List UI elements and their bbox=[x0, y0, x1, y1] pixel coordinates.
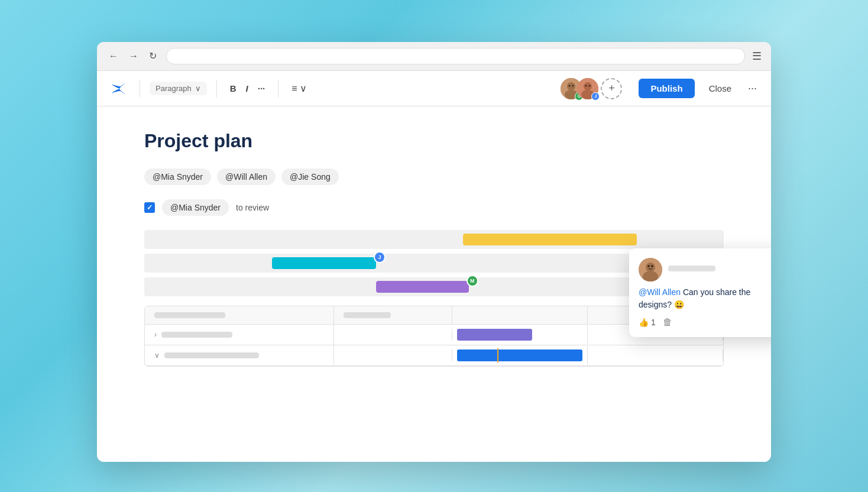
comment-delete-button[interactable]: 🗑 bbox=[663, 317, 672, 328]
header-label-bar-2 bbox=[344, 312, 391, 318]
table-cell-1-1: › bbox=[145, 325, 334, 345]
format-buttons: B I ··· bbox=[226, 81, 269, 96]
svg-point-3 bbox=[569, 85, 571, 86]
hamburger-icon[interactable]: ☰ bbox=[752, 50, 762, 63]
more-options-button[interactable]: ··· bbox=[746, 80, 759, 97]
gantt-bar-purple bbox=[376, 281, 469, 293]
style-chevron-icon: ∨ bbox=[195, 84, 201, 93]
gantt-row-1 bbox=[144, 230, 724, 249]
table-row-2: ∨ bbox=[145, 345, 723, 366]
expand-icon-1[interactable]: › bbox=[154, 331, 157, 339]
content-area: Project plan @Mia Snyder @Will Allen @Ji… bbox=[97, 106, 771, 462]
svg-point-14 bbox=[651, 265, 653, 267]
italic-button[interactable]: I bbox=[242, 81, 252, 96]
table-cell-1-3 bbox=[452, 325, 588, 344]
browser-chrome: ← → ↻ ☰ bbox=[97, 42, 771, 71]
collaborators: G J + bbox=[561, 78, 622, 99]
refresh-button[interactable]: ↻ bbox=[147, 50, 159, 62]
svg-point-13 bbox=[647, 265, 650, 267]
avatar-2: J bbox=[577, 78, 598, 99]
cell-bar-purple-1 bbox=[457, 329, 532, 341]
header-label-bar-1 bbox=[154, 312, 225, 318]
cell-bar-blue-2 bbox=[457, 349, 582, 361]
comment-mention: @Will Allen bbox=[639, 287, 681, 297]
comment-like-button[interactable]: 👍 1 bbox=[639, 318, 656, 327]
avatar-photo-2: J bbox=[577, 78, 598, 99]
toolbar-divider-3 bbox=[278, 80, 278, 98]
more-format-button[interactable]: ··· bbox=[254, 81, 269, 96]
row-bar-1 bbox=[161, 332, 232, 338]
close-button[interactable]: Close bbox=[704, 81, 736, 96]
align-chevron-icon: ∨ bbox=[300, 83, 307, 94]
gantt-avatar-m: M bbox=[467, 275, 478, 287]
add-collaborator-button[interactable]: + bbox=[601, 78, 622, 99]
comment-author-area bbox=[639, 258, 715, 281]
comment-emoji: 😀 bbox=[674, 300, 684, 309]
row-label-2: ∨ bbox=[154, 351, 324, 360]
comment-face-svg bbox=[639, 258, 662, 281]
gantt-bar-yellow bbox=[463, 234, 637, 245]
align-dropdown[interactable]: ≡ ∨ bbox=[288, 80, 310, 96]
mention-tags: @Mia Snyder @Will Allen @Jie Song bbox=[144, 169, 724, 185]
task-row: @Mia Snyder to review bbox=[144, 199, 724, 216]
svg-point-9 bbox=[589, 85, 591, 86]
comment-popup-header: ✕ bbox=[639, 258, 771, 281]
collapse-icon-2[interactable]: ∨ bbox=[154, 351, 160, 360]
toolbar-divider-1 bbox=[140, 80, 140, 98]
mention-tag-1[interactable]: @Will Allen bbox=[217, 169, 276, 185]
svg-point-8 bbox=[585, 85, 587, 86]
table-header-col1 bbox=[145, 306, 334, 324]
time-marker bbox=[497, 348, 498, 362]
publish-button[interactable]: Publish bbox=[639, 79, 694, 98]
back-button[interactable]: ← bbox=[106, 50, 121, 62]
table-cell-2-1: ∨ bbox=[145, 345, 334, 365]
address-bar[interactable] bbox=[166, 48, 745, 64]
comment-body: @Will Allen Can you share the designs? 😀 bbox=[639, 286, 771, 311]
gantt-avatar-j: J bbox=[374, 251, 386, 263]
gantt-bar-cyan bbox=[272, 257, 376, 269]
style-dropdown[interactable]: Paragraph ∨ bbox=[150, 82, 207, 95]
comment-actions: 👍 1 🗑 bbox=[639, 317, 771, 328]
browser-window: ← → ↻ ☰ Paragraph ∨ B I ··· ≡ ∨ bbox=[97, 42, 771, 462]
like-count: 1 bbox=[651, 318, 656, 327]
table-cell-1-2 bbox=[334, 329, 452, 341]
app-toolbar: Paragraph ∨ B I ··· ≡ ∨ bbox=[97, 71, 771, 106]
svg-point-11 bbox=[646, 263, 655, 272]
row-bar-2 bbox=[164, 352, 259, 358]
table-cell-2-3 bbox=[452, 346, 588, 365]
row-label-1: › bbox=[154, 331, 324, 339]
like-icon: 👍 bbox=[639, 318, 649, 327]
svg-point-1 bbox=[567, 82, 575, 90]
forward-button[interactable]: → bbox=[127, 50, 141, 62]
browser-nav: ← → ↻ bbox=[106, 50, 159, 62]
table-cell-2-2 bbox=[334, 349, 452, 361]
toolbar-divider-2 bbox=[216, 80, 217, 98]
comment-popup: ✕ @Will Allen Can you share the designs?… bbox=[629, 248, 771, 337]
table-header-col2 bbox=[334, 306, 452, 324]
table-cell-2-4 bbox=[588, 349, 723, 361]
svg-point-4 bbox=[572, 85, 574, 86]
task-mention[interactable]: @Mia Snyder bbox=[162, 199, 229, 216]
task-checkbox[interactable] bbox=[144, 202, 155, 213]
badge-j: J bbox=[591, 92, 600, 101]
mention-tag-0[interactable]: @Mia Snyder bbox=[144, 169, 211, 185]
comment-name-bar bbox=[668, 266, 715, 271]
svg-point-6 bbox=[584, 82, 592, 90]
page-title: Project plan bbox=[144, 130, 724, 152]
confluence-logo bbox=[109, 78, 130, 99]
table-header-col3 bbox=[452, 306, 588, 324]
task-text: to review bbox=[236, 203, 269, 212]
comment-author-avatar bbox=[639, 258, 662, 281]
mention-tag-2[interactable]: @Jie Song bbox=[281, 169, 339, 185]
style-label: Paragraph bbox=[156, 84, 192, 93]
logo-svg bbox=[109, 78, 130, 99]
bold-button[interactable]: B bbox=[226, 81, 240, 96]
align-icon: ≡ bbox=[292, 83, 297, 94]
